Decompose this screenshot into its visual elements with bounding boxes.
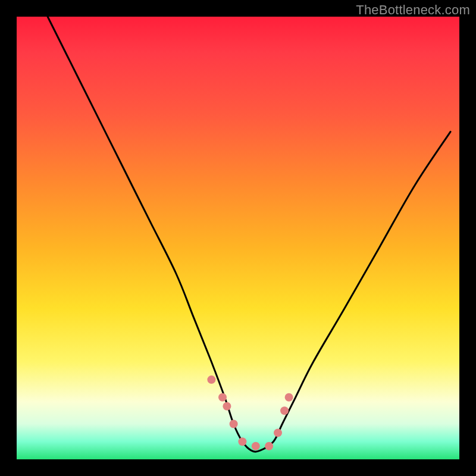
tick-dot [230, 420, 238, 428]
tick-dot [274, 428, 282, 437]
watermark-text: TheBottleneck.com [356, 2, 470, 18]
tick-dot [280, 406, 289, 415]
curve-svg [17, 17, 459, 459]
tick-dot [223, 402, 231, 411]
plot-area [17, 17, 459, 459]
tick-dot [218, 393, 227, 402]
tick-dot [265, 442, 273, 450]
tick-dot [285, 393, 293, 402]
tick-dot [252, 442, 260, 450]
bottleneck-curve [48, 17, 450, 452]
tick-dot [238, 437, 246, 446]
chart-frame: TheBottleneck.com [0, 0, 476, 476]
tick-dot [207, 375, 215, 384]
